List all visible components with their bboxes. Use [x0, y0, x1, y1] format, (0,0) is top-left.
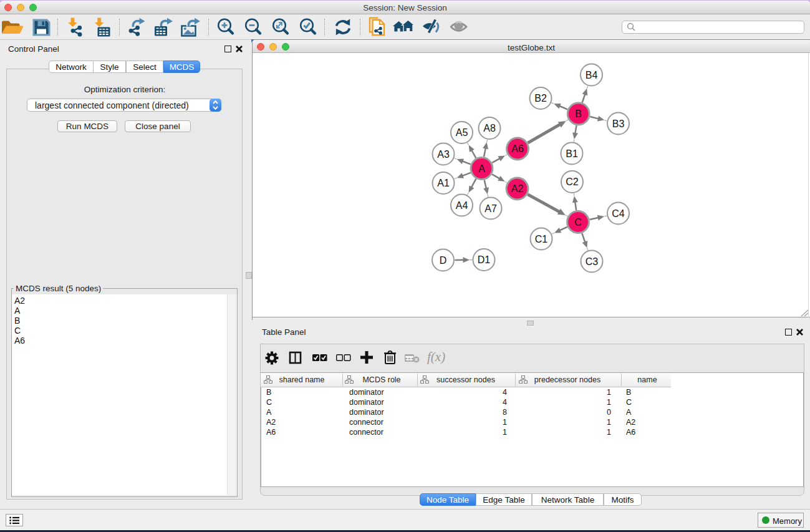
svg-text:A2: A2 — [511, 183, 524, 194]
svg-text:C1: C1 — [535, 234, 548, 244]
svg-text:A8: A8 — [483, 123, 496, 133]
svg-text:A: A — [478, 163, 485, 174]
svg-text:A3: A3 — [437, 149, 450, 160]
svg-text:C4: C4 — [612, 208, 625, 219]
svg-text:A4: A4 — [456, 200, 468, 211]
svg-text:C3: C3 — [586, 256, 599, 267]
svg-text:B4: B4 — [586, 70, 598, 80]
svg-text:B3: B3 — [612, 118, 625, 129]
svg-text:C2: C2 — [566, 177, 579, 187]
svg-text:D: D — [440, 255, 447, 266]
svg-text:B: B — [575, 109, 582, 119]
svg-text:A6: A6 — [511, 143, 524, 154]
svg-text:A1: A1 — [437, 178, 450, 188]
svg-text:A5: A5 — [456, 127, 468, 138]
svg-text:A7: A7 — [485, 203, 497, 214]
svg-text:B2: B2 — [534, 93, 547, 104]
svg-text:C: C — [574, 217, 582, 228]
svg-text:B1: B1 — [566, 148, 578, 159]
svg-text:D1: D1 — [478, 254, 491, 265]
